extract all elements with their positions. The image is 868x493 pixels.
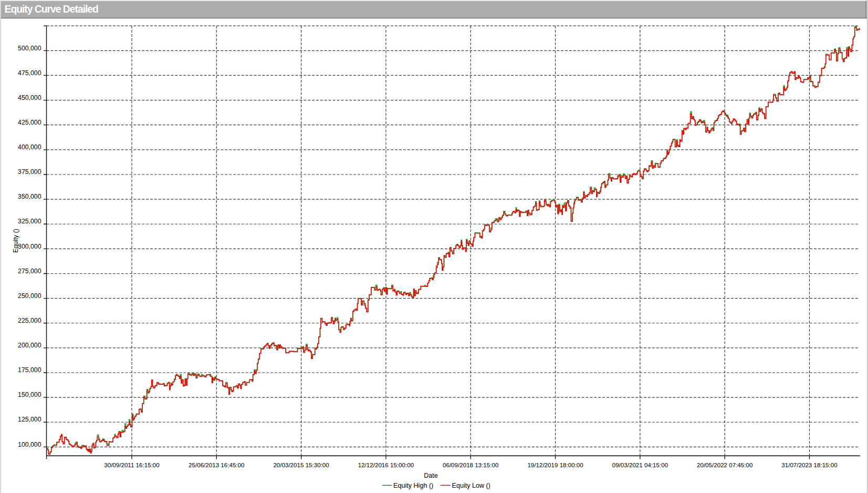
- svg-text:150,000: 150,000: [18, 391, 41, 398]
- svg-text:175,000: 175,000: [18, 366, 41, 374]
- svg-text:Equity Low (): Equity Low (): [452, 482, 491, 489]
- svg-text:20/05/2022 07:45:00: 20/05/2022 07:45:00: [697, 461, 752, 468]
- svg-text:350,000: 350,000: [18, 193, 41, 200]
- svg-text:Equity High (): Equity High (): [393, 482, 433, 489]
- svg-text:25/06/2013 16:45:00: 25/06/2013 16:45:00: [189, 461, 244, 468]
- svg-text:400,000: 400,000: [18, 143, 41, 151]
- svg-text:30/09/2011 16:15:00: 30/09/2011 16:15:00: [104, 461, 160, 468]
- svg-text:325,000: 325,000: [18, 218, 41, 225]
- svg-text:Date: Date: [424, 472, 438, 479]
- svg-text:425,000: 425,000: [18, 119, 41, 126]
- svg-text:475,000: 475,000: [18, 69, 41, 77]
- svg-text:31/07/2023 18:15:00: 31/07/2023 18:15:00: [781, 461, 837, 468]
- svg-text:12/12/2016 15:00:00: 12/12/2016 15:00:00: [358, 461, 414, 468]
- svg-text:200,000: 200,000: [18, 342, 41, 349]
- svg-text:20/03/2015 15:30:00: 20/03/2015 15:30:00: [273, 461, 329, 468]
- svg-text:500,000: 500,000: [18, 45, 41, 52]
- svg-text:Equity (): Equity (): [12, 229, 19, 253]
- svg-text:225,000: 225,000: [18, 317, 41, 324]
- svg-text:09/03/2021 04:15:00: 09/03/2021 04:15:00: [612, 461, 668, 468]
- svg-text:125,000: 125,000: [18, 416, 41, 423]
- svg-text:250,000: 250,000: [18, 292, 41, 300]
- svg-text:06/09/2018 13:15:00: 06/09/2018 13:15:00: [443, 461, 498, 468]
- svg-text:Equity Curve Detailed: Equity Curve Detailed: [5, 3, 99, 15]
- svg-text:19/12/2019 18:00:00: 19/12/2019 18:00:00: [527, 461, 583, 468]
- svg-text:100,000: 100,000: [18, 441, 41, 448]
- svg-text:450,000: 450,000: [18, 94, 41, 101]
- svg-text:375,000: 375,000: [18, 168, 41, 176]
- svg-text:275,000: 275,000: [18, 268, 41, 275]
- svg-text:300,000: 300,000: [18, 243, 41, 250]
